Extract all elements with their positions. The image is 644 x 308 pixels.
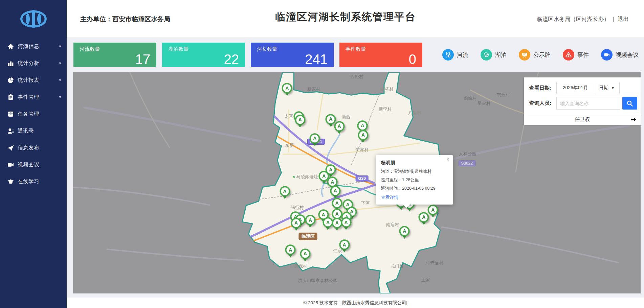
sidebar-item-视频会议[interactable]: 视频会议 (0, 156, 67, 173)
map-place-label: 白桥村 (380, 86, 394, 92)
sidebar-item-label: 统计报表 (18, 77, 58, 84)
map-place-label: 前峰村 (464, 95, 477, 101)
close-icon[interactable]: × (446, 157, 450, 162)
map-place-label: 白鹿观村 (290, 263, 307, 269)
patrol-marker[interactable]: A (332, 198, 342, 208)
patrol-marker[interactable]: A (285, 244, 296, 255)
patrol-marker[interactable]: A (341, 217, 351, 228)
map-place-label: 洪庆山国家森林公园 (298, 278, 337, 284)
patrol-marker[interactable]: A (330, 186, 340, 196)
header-divider: | (613, 16, 614, 22)
patrol-marker[interactable]: A (280, 186, 290, 197)
water-bureau-logo (0, 0, 67, 38)
date-input[interactable] (556, 82, 594, 94)
quick-action-label: 视频会议 (616, 51, 639, 59)
sidebar-item-通讯录[interactable]: 通讯录 (0, 122, 67, 139)
user-area: 临潼区水务局（区河湖长办）|退出 (537, 16, 629, 23)
popup-line: 河道：零河铁炉街道柳家村 (381, 169, 448, 174)
patrol-marker[interactable]: A (305, 215, 315, 226)
patrol-marker[interactable]: A (300, 248, 310, 259)
map-place-label: 新西 (342, 114, 351, 120)
quick-action-视频会议[interactable]: 视频会议 (601, 49, 639, 61)
patrol-marker[interactable]: A (358, 130, 368, 140)
person-search-input[interactable] (556, 97, 620, 110)
sidebar-item-label: 事件管理 (18, 94, 58, 101)
patrol-marker[interactable]: A (399, 226, 410, 236)
search-button[interactable] (622, 97, 637, 110)
map-canvas[interactable]: 太来新西东新何寨村新李村八里村白桥村♣马陵冢遗址公园张行村下河南庙村仁宗白鹿观村… (73, 72, 641, 293)
patrol-marker[interactable]: A (357, 120, 368, 131)
alert-icon (563, 49, 574, 61)
stat-card-河流数量: 河流数量17 (73, 43, 156, 67)
page-title: 临潼区河湖长制系统管理平台 (275, 10, 416, 24)
quick-action-河流[interactable]: 河流 (442, 49, 468, 61)
quick-action-公示牌[interactable]: 公示牌 (519, 49, 551, 61)
archive-icon (7, 111, 14, 117)
search-panel: 查看日期: 日期 ▼ 查询人员: (524, 77, 641, 114)
map-place-label: 龙门村 (391, 263, 404, 269)
logo-emblem-icon (19, 9, 48, 29)
chevron-down-icon: ▼ (58, 44, 62, 48)
sidebar-item-河湖信息[interactable]: 河湖信息▼ (0, 38, 67, 55)
sidebar-item-统计报表[interactable]: 统计报表▼ (0, 72, 67, 89)
patrol-marker[interactable]: A (326, 114, 336, 124)
search-icon (626, 100, 634, 107)
quick-action-湖泊[interactable]: 湖泊 (481, 49, 507, 61)
chevron-down-icon: ▼ (58, 78, 62, 82)
date-type-select[interactable]: 日期 ▼ (594, 82, 620, 94)
popup-detail-link[interactable]: 查看详情 (381, 194, 399, 200)
stat-card-河长数量: 河长数量241 (251, 43, 334, 67)
map-popup: × 杨明朋 河道：零河铁炉街道柳家村巡河里程：1.28公里巡河时间：2026-0… (376, 155, 453, 205)
patrol-marker[interactable]: A (295, 115, 305, 125)
header: 主办单位：西安市临潼区水务局 临潼区河湖长制系统管理平台 临潼区水务局（区河湖长… (67, 0, 644, 37)
patrol-marker[interactable]: A (339, 239, 350, 250)
sidebar-menu: 河湖信息▼统计分析▼统计报表▼事件管理▼任务管理通讯录信息发布视频会议在线学习 (0, 38, 67, 190)
quick-action-label: 河流 (457, 51, 468, 59)
person-row: 查询人员: (529, 97, 637, 110)
logout-link[interactable]: 退出 (618, 16, 629, 22)
sidebar-item-事件管理[interactable]: 事件管理▼ (0, 89, 67, 105)
patrol-marker[interactable]: A (419, 212, 429, 222)
footer: © 2025 技术支持：陕西山清水秀信息科技有限公司| (67, 298, 644, 308)
road-badge-G30: G30 (355, 175, 369, 182)
popup-line: 巡河里程：1.28公里 (381, 177, 448, 183)
pie-chart-icon (7, 77, 14, 84)
person-result-bar[interactable]: 任卫权 (524, 114, 641, 125)
map-place-label: 人和公园 (459, 151, 476, 157)
map-place-label: 牛寺庙村 (426, 260, 443, 266)
sidebar-item-label: 统计分析 (18, 60, 58, 67)
lake-icon (481, 49, 492, 61)
stat-card-湖泊数量: 湖泊数量22 (162, 43, 245, 67)
sidebar-item-label: 河湖信息 (18, 43, 58, 50)
sidebar-item-任务管理[interactable]: 任务管理 (0, 105, 67, 122)
stat-card-label: 事件数量 (346, 46, 416, 52)
patrol-marker[interactable]: A (282, 83, 292, 93)
sidebar-item-信息发布[interactable]: 信息发布 (0, 139, 67, 156)
map-place-label: 八里村 (408, 110, 421, 116)
date-row: 查看日期: 日期 ▼ (529, 82, 637, 94)
patrol-marker[interactable]: A (310, 133, 320, 144)
stat-cards: 河流数量17湖泊数量22河长数量241事件数量0 (73, 43, 422, 67)
sidebar-item-统计分析[interactable]: 统计分析▼ (0, 55, 67, 72)
arrow-right-icon[interactable] (631, 117, 637, 122)
stat-card-事件数量: 事件数量0 (339, 43, 422, 67)
map-place-label: 太来 (284, 113, 293, 119)
clipboard-icon (7, 94, 14, 100)
patrol-marker[interactable]: A (334, 121, 345, 132)
video-icon (7, 161, 14, 168)
quick-action-事件[interactable]: 事件 (563, 49, 589, 61)
sidebar-item-在线学习[interactable]: 在线学习 (0, 173, 67, 190)
sidebar-item-label: 视频会议 (18, 161, 62, 168)
sponsor-text: 主办单位：西安市临潼区水务局 (80, 15, 170, 24)
user-org-name[interactable]: 临潼区水务局（区河湖长办） (537, 16, 609, 22)
sidebar-item-label: 任务管理 (18, 111, 62, 118)
date-type-value: 日期 (599, 85, 608, 91)
patrol-marker[interactable]: A (428, 205, 438, 215)
popup-line: 巡河时间：2026-01-05 08:29 (381, 186, 448, 191)
bar-chart-icon (7, 60, 14, 67)
patrol-marker[interactable]: A (291, 218, 302, 228)
map-place-label: 南焦村 (497, 92, 510, 98)
stat-card-value: 0 (409, 52, 416, 66)
map-place-label: 下河 (361, 200, 370, 206)
app-root: 河湖信息▼统计分析▼统计报表▼事件管理▼任务管理通讯录信息发布视频会议在线学习 … (0, 0, 644, 308)
